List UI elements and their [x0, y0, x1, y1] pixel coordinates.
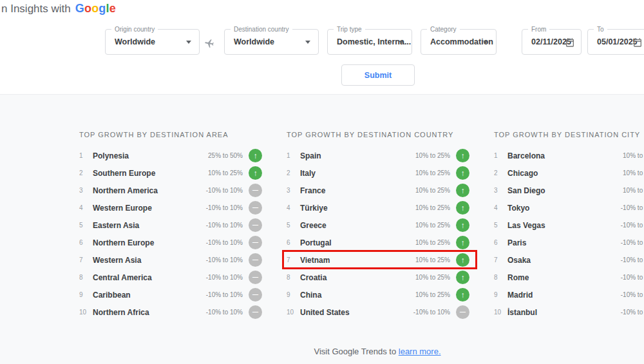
section-destination-area: TOP GROWTH BY DESTINATION AREA 1 Polynes…: [79, 131, 262, 321]
origin-country-value: Worldwide: [115, 37, 155, 46]
learn-more-link[interactable]: learn more.: [399, 347, 441, 356]
trend-flat-icon: —: [249, 184, 262, 197]
trend-up-icon: ↑: [456, 288, 469, 302]
trend-flat-icon: —: [249, 236, 262, 249]
destination-name: Rome: [507, 273, 621, 282]
chevron-down-icon: [305, 41, 310, 44]
growth-range: -10% to 10%: [206, 291, 243, 298]
calendar-icon[interactable]: [565, 37, 575, 48]
growth-range: 10% to 25%: [415, 291, 450, 298]
destination-name: Paris: [507, 238, 621, 247]
list-item: 3 San Diego 10% to 25% ↑: [494, 182, 644, 199]
field-label: Category: [427, 26, 460, 33]
field-label: Origin country: [111, 26, 158, 33]
to-date-field[interactable]: To 05/01/2025: [587, 29, 644, 55]
trend-flat-icon: —: [249, 305, 262, 319]
destination-country-select[interactable]: Destination country Worldwide: [224, 29, 319, 55]
growth-range: 10% to 25%: [415, 169, 450, 177]
growth-range: 10% to 25%: [415, 274, 450, 281]
google-logo: Google: [75, 2, 116, 15]
list-item: 9 Madrid -10% to 10% —: [494, 286, 644, 303]
list-item: 4 Western Europe -10% to 10% —: [79, 199, 262, 216]
rank-number: 8: [287, 274, 300, 281]
growth-range: 10% to 25%: [623, 152, 644, 159]
destination-name: Western Asia: [93, 256, 206, 265]
field-label: To: [594, 26, 607, 33]
list-item: 4 Türkiye 10% to 25% ↑: [287, 199, 469, 216]
destination-name: Greece: [300, 221, 415, 230]
destination-name: Southern Europe: [93, 169, 208, 178]
trend-flat-icon: —: [249, 253, 262, 267]
list-item: 6 Portugal 10% to 25% ↑: [287, 234, 469, 251]
list-item: 6 Paris -10% to 10% —: [494, 234, 644, 251]
destination-name: Madrid: [507, 291, 621, 300]
growth-range: 10% to 25%: [415, 222, 450, 229]
rank-number: 9: [79, 291, 93, 298]
destination-name: San Diego: [507, 186, 623, 195]
section-title: TOP GROWTH BY DESTINATION COUNTRY: [287, 131, 469, 139]
rank-number: 7: [494, 256, 507, 263]
flight-icon: [204, 38, 214, 48]
trend-flat-icon: —: [249, 271, 262, 284]
footer-text: Visit Google Trends to: [314, 347, 398, 356]
rank-number: 10: [79, 309, 93, 316]
list-item: 7 Osaka -10% to 10% —: [494, 251, 644, 269]
rank-number: 6: [287, 239, 300, 246]
rank-number: 2: [287, 169, 300, 177]
destination-name: Polynesia: [93, 151, 208, 160]
rank-number: 3: [79, 187, 93, 194]
trip-type-select[interactable]: Trip type Domestic, Interna...: [327, 29, 412, 55]
list-item: 6 Northern Europe -10% to 10% —: [79, 234, 262, 251]
list-item: 8 Central America -10% to 10% —: [79, 269, 262, 286]
rank-number: 8: [79, 274, 93, 281]
rank-number: 4: [79, 204, 93, 211]
trend-flat-icon: —: [456, 305, 469, 319]
list-item: 10 İstanbul -10% to 10% —: [494, 303, 644, 321]
trend-up-icon: ↑: [456, 236, 469, 249]
rank-number: 5: [79, 222, 93, 229]
trend-flat-icon: —: [249, 201, 262, 215]
growth-range: 10% to 25%: [415, 152, 450, 159]
rank-number: 5: [287, 222, 300, 229]
submit-button[interactable]: Submit: [341, 64, 415, 86]
growth-range: -10% to 10%: [206, 239, 243, 246]
growth-range: -10% to 10%: [206, 204, 243, 211]
calendar-icon[interactable]: [632, 37, 643, 48]
from-date-field[interactable]: From 02/11/2025: [522, 29, 582, 55]
results-panel: TOP GROWTH BY DESTINATION AREA 1 Polynes…: [0, 94, 644, 364]
growth-range: 10% to 25%: [623, 187, 644, 194]
list-item: 5 Las Vegas -10% to 10% —: [494, 216, 644, 234]
section-destination-country: TOP GROWTH BY DESTINATION COUNTRY 1 Spai…: [287, 131, 469, 321]
destination-name: Türkiye: [300, 204, 415, 213]
section-title: TOP GROWTH BY DESTINATION AREA: [79, 131, 262, 139]
rank-number: 3: [287, 187, 300, 194]
growth-range: -10% to 10%: [206, 187, 243, 194]
list-item: 7 Western Asia -10% to 10% —: [79, 251, 262, 269]
travel-insights-app: n Insights withGoogle Origin country Wor…: [0, 0, 644, 364]
field-label: Trip type: [334, 26, 365, 33]
growth-list-city: 1 Barcelona 10% to 25% ↑ 2 Chicago 10% t…: [494, 147, 644, 321]
category-select[interactable]: Category Accommodation: [421, 29, 497, 55]
growth-list-country: 1 Spain 10% to 25% ↑ 2 Italy 10% to 25% …: [287, 147, 469, 321]
list-item: 10 Northern Africa -10% to 10% —: [79, 303, 262, 321]
list-item: 10 United States -10% to 10% —: [287, 303, 469, 321]
rank-number: 8: [494, 274, 507, 281]
list-item: 8 Croatia 10% to 25% ↑: [287, 269, 469, 286]
list-item: 5 Greece 10% to 25% ↑: [287, 216, 469, 234]
destination-name: Northern Europe: [93, 238, 206, 247]
logo-text: n Insights with: [1, 3, 71, 15]
destination-name: United States: [300, 308, 413, 317]
list-item: 1 Spain 10% to 25% ↑: [287, 147, 469, 164]
list-item: 1 Polynesia 25% to 50% ↑: [79, 147, 262, 164]
growth-range: 10% to 25%: [208, 169, 243, 177]
trend-up-icon: ↑: [456, 149, 469, 162]
rank-number: 3: [494, 187, 507, 194]
list-item: 2 Italy 10% to 25% ↑: [287, 164, 469, 182]
destination-name: Croatia: [300, 273, 415, 282]
origin-country-select[interactable]: Origin country Worldwide: [105, 29, 200, 55]
growth-range: -10% to 10%: [621, 222, 644, 229]
growth-range: 10% to 25%: [623, 169, 644, 177]
destination-country-value: Worldwide: [234, 37, 274, 46]
destination-name: Western Europe: [93, 204, 206, 213]
trend-up-icon: ↑: [456, 218, 469, 232]
